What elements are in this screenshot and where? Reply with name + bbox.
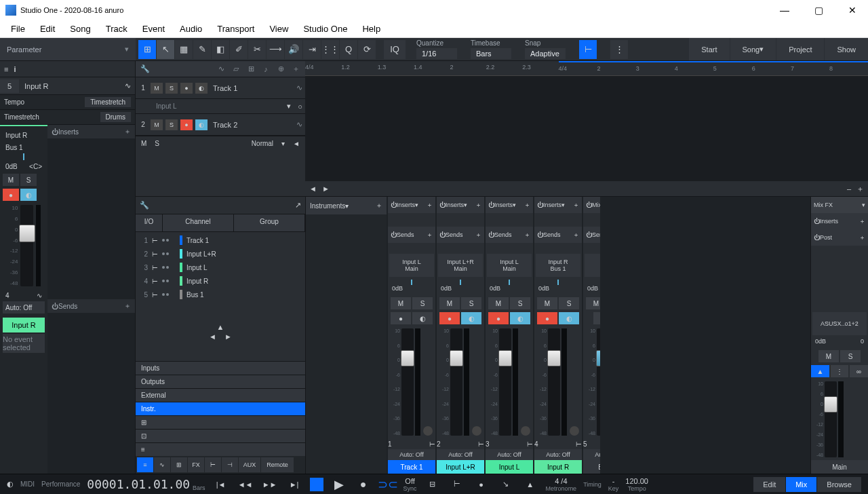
track-row[interactable]: 2MS●◐Track 2∿	[136, 114, 305, 136]
tool-zoom[interactable]: Q	[340, 40, 357, 59]
play-button[interactable]: ▶	[330, 477, 348, 492]
menu-audio[interactable]: Audio	[173, 22, 209, 36]
sync-label[interactable]: Sync	[403, 485, 417, 492]
metronome-icon[interactable]: ▲	[521, 477, 539, 492]
icon-e[interactable]: ⊣	[222, 457, 238, 472]
pan-value[interactable]: <C>	[29, 163, 42, 170]
tool-icon[interactable]: ♪	[259, 63, 273, 75]
maximize-button[interactable]: ▢	[808, 5, 829, 16]
tab-external[interactable]: External	[136, 388, 305, 402]
wrench-icon[interactable]: 🔧	[138, 63, 152, 75]
arrangement-canvas[interactable]: 4/41.21.31.422.22.3 4/42345678 ◄► –＋	[305, 61, 868, 196]
icon-d[interactable]: ⊢	[205, 457, 221, 472]
loop-button[interactable]: ⊃⊂	[379, 477, 397, 492]
main-btn-c[interactable]: ∞	[850, 365, 868, 377]
tempo-mode[interactable]: Timestretch	[85, 97, 131, 107]
channel-list-item[interactable]: 2⊢Input L+R	[136, 247, 305, 261]
menu-file[interactable]: File	[4, 22, 32, 36]
tool-a[interactable]: ⇥	[303, 40, 321, 59]
timebase-value[interactable]: Bars	[471, 48, 511, 59]
snap-value[interactable]: Adaptive	[525, 48, 566, 59]
main-solo[interactable]: S	[840, 350, 861, 362]
performance-label[interactable]: Performance	[41, 480, 80, 488]
menu-song[interactable]: Song	[63, 22, 97, 36]
add-send[interactable]: ＋	[124, 301, 131, 311]
solo-button[interactable]: S	[20, 174, 37, 186]
minimize-button[interactable]: —	[774, 5, 795, 16]
nav-left[interactable]: ◄	[209, 332, 216, 341]
track-name-selector[interactable]: Input R	[19, 82, 121, 90]
time-format[interactable]: Bars	[193, 484, 205, 491]
nav-show[interactable]: Show	[825, 38, 868, 60]
tab-instr.[interactable]: Instr.	[136, 402, 305, 415]
tool-draw[interactable]: ✎	[193, 40, 211, 59]
fader[interactable]	[20, 205, 33, 286]
global-mute[interactable]: M	[141, 140, 146, 147]
tool-paint[interactable]: ✐	[230, 40, 248, 59]
timing-label[interactable]: Timing	[583, 481, 601, 488]
forward[interactable]: ►►	[261, 477, 279, 492]
main-fader[interactable]	[825, 381, 837, 457]
nav-project[interactable]: Project	[776, 38, 824, 60]
zoom-out[interactable]: –	[847, 185, 851, 193]
close-button[interactable]: ✕	[842, 5, 863, 16]
snap-toggle-a[interactable]: ⊢	[579, 40, 597, 59]
tab-icon[interactable]: ⊞	[136, 415, 305, 429]
tool-icon[interactable]: ∿	[214, 63, 228, 75]
main-btn-a[interactable]: ▲	[811, 365, 829, 377]
expand-icon[interactable]: ↗	[295, 201, 301, 210]
tool-range[interactable]: ▦	[175, 40, 193, 59]
tempo-label[interactable]: Tempo	[628, 485, 646, 492]
tab-mix[interactable]: Mix	[786, 477, 816, 492]
monitor-button[interactable]: ◐	[20, 189, 37, 201]
goto-end[interactable]: ►|	[285, 477, 303, 492]
menu-help[interactable]: Help	[355, 22, 387, 36]
main-output-route[interactable]: ASUSX..o1+2	[812, 312, 867, 335]
tool-mute[interactable]: ⟶	[267, 40, 284, 59]
preroll-icon[interactable]: ⊟	[424, 477, 441, 492]
parameter-box[interactable]: Parameter▾	[0, 38, 136, 60]
tool-pointer[interactable]: ↖	[157, 40, 174, 59]
config-icon[interactable]: 🔧	[140, 201, 149, 210]
record-button[interactable]: ●	[355, 477, 372, 492]
main-post[interactable]: Post	[820, 234, 832, 241]
channel-list-item[interactable]: 4⊢Input R	[136, 274, 305, 288]
tool-icon[interactable]: ⊕	[274, 63, 288, 75]
nav-song[interactable]: Song ▾	[730, 38, 776, 60]
main-gain[interactable]: 0dB	[815, 338, 826, 349]
gain-value[interactable]: 0dB	[5, 163, 18, 170]
key-label[interactable]: Key	[608, 485, 619, 492]
add-track[interactable]: ＋	[289, 63, 302, 75]
menu-transport[interactable]: Transport	[210, 22, 261, 36]
remote-button[interactable]: Remote	[261, 457, 294, 472]
add-insert[interactable]: ＋	[124, 127, 131, 136]
channel-list-item[interactable]: 3⊢Input L	[136, 261, 305, 274]
info-icon[interactable]: i	[14, 65, 16, 73]
menu-track[interactable]: Track	[99, 22, 134, 36]
zoom-in[interactable]: ＋	[856, 184, 864, 194]
icon-b[interactable]: ∿	[154, 457, 170, 472]
tool-erase[interactable]: ◧	[212, 40, 229, 59]
view-mode[interactable]: Normal	[252, 140, 273, 147]
stop-button[interactable]	[310, 478, 323, 491]
global-solo[interactable]: S	[155, 140, 159, 147]
mixfx-header[interactable]: Mix FX	[814, 202, 833, 208]
tool-icon[interactable]: ⊞	[244, 63, 258, 75]
main-pan[interactable]: 0	[861, 338, 864, 349]
record-arm-button[interactable]: ●	[3, 189, 19, 201]
scroll-left[interactable]: ◄	[309, 185, 317, 193]
automation-mode[interactable]: Auto: Off	[3, 301, 45, 314]
tool-arrow[interactable]: ⊞	[138, 40, 156, 59]
tool-iq[interactable]: IQ	[384, 40, 406, 59]
tab-edit[interactable]: Edit	[753, 477, 785, 492]
tab-icon[interactable]: ⊡	[136, 429, 305, 442]
main-mute[interactable]: M	[818, 350, 839, 362]
channel-list-item[interactable]: 5⊢Bus 1	[136, 288, 305, 301]
icon-a[interactable]: ≡	[137, 457, 153, 472]
menu-edit[interactable]: Edit	[33, 22, 62, 36]
tool-c[interactable]: ⟳	[358, 40, 376, 59]
menu-view[interactable]: View	[262, 22, 295, 36]
menu-event[interactable]: Event	[136, 22, 172, 36]
aux-button[interactable]: AUX	[239, 457, 260, 472]
tool-cut[interactable]: ✂	[248, 40, 266, 59]
